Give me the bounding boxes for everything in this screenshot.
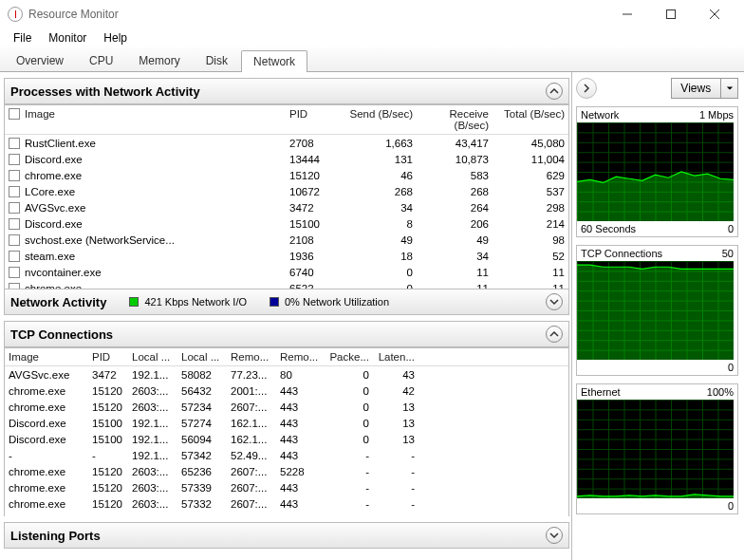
cell-lat: - [375,466,420,477]
table-row[interactable]: RustClient.exe27081,66343,41745,080 [5,135,568,151]
graph-eth-title: Ethernet [581,386,621,398]
cell-receive: 34 [413,251,489,262]
cell-total: 214 [489,218,565,230]
cell-lp: 57234 [181,401,231,413]
col-send[interactable]: Send (B/sec) [337,108,413,131]
tab-cpu[interactable]: CPU [77,49,125,71]
col-tcp-lp[interactable]: Local ... [181,351,231,363]
section-tcp-title: TCP Connections [10,327,113,342]
table-row[interactable]: chrome.exe652201111 [5,280,568,289]
section-tcp-header[interactable]: TCP Connections [4,321,569,347]
cell-lat: - [375,482,420,494]
cell-pid: 15120 [92,385,132,397]
row-checkbox[interactable] [9,234,20,246]
cell-lp: 57342 [181,450,231,461]
views-button[interactable]: Views [671,78,739,99]
row-checkbox[interactable] [9,154,20,165]
cell-image: nvcontainer.exe [25,267,289,278]
table-row[interactable]: Discord.exe15100192.1...57274162.1...443… [5,415,568,431]
cell-image: steam.exe [25,251,289,262]
table-row[interactable]: steam.exe1936183452 [5,248,568,264]
cell-receive: 264 [413,202,489,214]
cell-la: 2603:... [132,401,181,413]
graph-network: Network1 Mbps 60 Seconds0 [576,106,738,237]
cell-pid: 15120 [92,482,132,494]
cell-total: 45,080 [489,138,565,149]
cell-lat: - [375,450,420,461]
cell-la: 2603:... [132,514,181,517]
section-processes-header[interactable]: Processes with Network Activity [4,78,569,104]
table-row[interactable]: nvcontainer.exe674001111 [5,264,568,280]
minimize-button[interactable] [605,0,649,28]
collapse-right-button[interactable] [576,78,597,99]
cell-image: Discord.exe [25,218,289,230]
cell-pid: 15120 [289,170,337,181]
window-title: Resource Monitor [28,8,119,21]
graph-eth-min: 0 [728,500,734,512]
right-pane: Views Network1 Mbps 60 Seconds0 TCP Conn… [572,72,744,560]
graph-network-xlabel: 60 Seconds [581,223,636,234]
maximize-button[interactable] [649,0,693,28]
cell-total: 52 [489,251,565,262]
table-row[interactable]: Discord.exe15100192.1...56094162.1...443… [5,431,568,447]
section-netactivity-header[interactable]: Network Activity 421 Kbps Network I/O 0%… [4,289,569,315]
tcp-header-row: Image PID Local ... Local ... Remo... Re… [5,348,568,366]
table-row[interactable]: chrome.exe151202603:...564322001:...4430… [5,383,568,399]
menu-file[interactable]: File [6,29,39,47]
cell-image: AVGSvc.exe [25,202,289,214]
col-tcp-la[interactable]: Local ... [132,351,181,363]
col-receive[interactable]: Receive (B/sec) [413,108,489,131]
table-row[interactable]: Discord.exe151008206214 [5,215,568,232]
row-checkbox[interactable] [9,251,20,262]
table-row[interactable]: LCore.exe10672268268537 [5,183,568,199]
cell-image: chrome.exe [9,498,92,510]
col-image[interactable]: Image [25,108,289,131]
tab-network[interactable]: Network [241,50,307,72]
cell-total: 298 [489,202,565,214]
cell-image: chrome.exe [25,170,289,181]
table-row[interactable]: Discord.exe1344413110,87311,004 [5,151,568,167]
table-row[interactable]: svchost.exe (NetworkService...2108494998 [5,232,568,248]
close-button[interactable] [693,0,736,28]
tab-disk[interactable]: Disk [194,49,240,71]
table-row[interactable]: AVGSvc.exe3472192.1...5808277.23...80043 [5,366,568,383]
cell-rp: 80 [280,369,329,381]
row-checkbox[interactable] [9,267,20,278]
row-checkbox[interactable] [9,170,20,181]
col-tcp-ra[interactable]: Remo... [231,351,280,363]
table-row[interactable]: AVGSvc.exe347234264298 [5,199,568,215]
table-row[interactable]: chrome.exe151202603:...573312600:...443-… [5,512,568,516]
col-tcp-image[interactable]: Image [9,351,92,363]
row-checkbox[interactable] [9,202,20,214]
col-tcp-rp[interactable]: Remo... [280,351,329,363]
row-checkbox[interactable] [9,186,20,197]
section-netactivity-title: Network Activity [10,295,106,309]
cell-total: 11,004 [489,154,565,165]
table-row[interactable]: chrome.exe151202603:...572342607:...4430… [5,399,568,415]
menu-help[interactable]: Help [96,29,135,47]
cell-ra: 52.49... [231,450,280,461]
col-total[interactable]: Total (B/sec) [489,108,565,131]
col-tcp-pid[interactable]: PID [92,351,132,363]
table-row[interactable]: --192.1...5734252.49...443-- [5,447,568,463]
cell-total: 98 [489,234,565,246]
left-pane: Processes with Network Activity Image PI… [0,72,572,560]
cell-lp: 56094 [181,434,231,445]
table-row[interactable]: chrome.exe151202603:...573322607:...443-… [5,495,568,512]
cell-la: 192.1... [132,418,181,429]
table-row[interactable]: chrome.exe1512046583629 [5,167,568,183]
table-row[interactable]: chrome.exe151202603:...652362607:...5228… [5,463,568,479]
select-all-checkbox[interactable] [9,108,20,120]
row-checkbox[interactable] [9,218,20,230]
table-row[interactable]: chrome.exe151202603:...573392607:...443-… [5,479,568,495]
tab-overview[interactable]: Overview [4,49,76,71]
col-tcp-lat[interactable]: Laten... [375,351,420,363]
section-listen-header[interactable]: Listening Ports [4,522,569,549]
tcp-chart [577,261,734,360]
col-pid[interactable]: PID [289,108,337,131]
col-tcp-pl[interactable]: Packe... [329,351,375,363]
chevron-up-icon [546,83,563,100]
row-checkbox[interactable] [9,138,20,149]
menu-monitor[interactable]: Monitor [41,29,94,47]
tab-memory[interactable]: Memory [126,49,192,71]
